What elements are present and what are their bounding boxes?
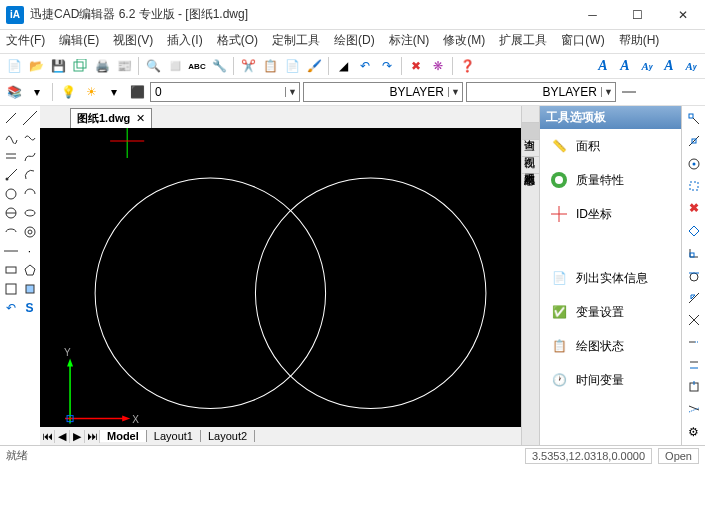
snap-node-button[interactable] <box>684 177 704 195</box>
help-icon[interactable]: ❓ <box>457 56 477 76</box>
layer-color-swatch[interactable]: ⬛ <box>127 82 147 102</box>
menu-help[interactable]: 帮助(H) <box>619 32 660 49</box>
snap-nearest-button[interactable] <box>684 289 704 307</box>
menu-modify[interactable]: 修改(M) <box>443 32 485 49</box>
erase-button[interactable]: ◢ <box>333 56 353 76</box>
print-button[interactable]: 🖨️ <box>92 56 112 76</box>
polygon-tool[interactable] <box>21 261 38 278</box>
vtab-3dorbit[interactable]: 三维动态观察 <box>522 157 539 174</box>
sheet-prev-button[interactable]: ◀ <box>55 430 70 443</box>
text-tool-1[interactable]: A <box>593 56 613 76</box>
print-preview-button[interactable]: 📰 <box>114 56 134 76</box>
layer-lock-icon[interactable]: ▾ <box>104 82 124 102</box>
find-button[interactable]: 🔍 <box>143 56 163 76</box>
sheet-last-button[interactable]: ⏭ <box>85 430 100 443</box>
snap-perpendicular-button[interactable] <box>684 244 704 262</box>
close-button[interactable]: ✕ <box>660 0 705 30</box>
open-file-button[interactable]: 📂 <box>26 56 46 76</box>
circle2p-tool[interactable] <box>2 204 19 221</box>
menu-format[interactable]: 格式(O) <box>217 32 258 49</box>
snap-extension-button[interactable] <box>684 333 704 351</box>
arc3p-tool[interactable] <box>21 185 38 202</box>
boundary-tool[interactable] <box>21 280 38 297</box>
point-tool[interactable]: · <box>21 242 38 259</box>
maximize-button[interactable]: ☐ <box>615 0 660 30</box>
sheet-tab-layout1[interactable]: Layout1 <box>147 430 201 442</box>
snap-settings-button[interactable]: ⚙ <box>684 423 704 441</box>
snap-tangent-button[interactable] <box>684 266 704 284</box>
ray-tool[interactable] <box>2 166 19 183</box>
menu-file[interactable]: 文件(F) <box>6 32 45 49</box>
layer-states-button[interactable]: ▾ <box>27 82 47 102</box>
color-combo[interactable]: BYLAYER ▼ <box>303 82 463 102</box>
file-tab[interactable]: 图纸1.dwg ✕ <box>70 108 152 128</box>
wipeout-tool[interactable]: S <box>21 299 38 316</box>
freehand-tool[interactable] <box>21 128 38 145</box>
redo-button[interactable]: ↷ <box>377 56 397 76</box>
sheet-first-button[interactable]: ⏮ <box>40 430 55 443</box>
snap-quadrant-button[interactable] <box>684 222 704 240</box>
vtab-view[interactable]: 视图 <box>522 140 539 157</box>
menu-window[interactable]: 窗口(W) <box>561 32 604 49</box>
circle-tool[interactable] <box>2 185 19 202</box>
snap-insert-button[interactable] <box>684 378 704 396</box>
rectangle-tool[interactable] <box>2 261 19 278</box>
vtab-query[interactable]: 查询 <box>522 123 539 140</box>
polyline-tool[interactable] <box>2 128 19 145</box>
delete-button[interactable]: ✖ <box>406 56 426 76</box>
layer-manager-button[interactable]: 📚 <box>4 82 24 102</box>
text-tool-3[interactable]: Ay <box>637 56 657 76</box>
layer-visible-icon[interactable]: 💡 <box>58 82 78 102</box>
palette-item-status[interactable]: 📋 绘图状态 <box>540 329 681 363</box>
layer-combo[interactable]: 0 ▼ <box>150 82 300 102</box>
layer-freeze-icon[interactable]: ☀ <box>81 82 101 102</box>
new-file-button[interactable]: 📄 <box>4 56 24 76</box>
paste-button[interactable]: 📄 <box>282 56 302 76</box>
save-all-button[interactable] <box>70 56 90 76</box>
linetype-preview-button[interactable] <box>619 82 639 102</box>
snap-endpoint-button[interactable] <box>684 110 704 128</box>
palette-item-list[interactable]: 📄 列出实体信息 <box>540 261 681 295</box>
menu-dimension[interactable]: 标注(N) <box>389 32 430 49</box>
construction-line-tool[interactable] <box>21 109 38 126</box>
snap-midpoint-button[interactable] <box>684 132 704 150</box>
menu-edit[interactable]: 编辑(E) <box>59 32 99 49</box>
vtab-modify[interactable]: 修改 <box>522 106 539 123</box>
minimize-button[interactable]: ─ <box>570 0 615 30</box>
spline-tool[interactable] <box>21 147 38 164</box>
menu-custom-tools[interactable]: 定制工具 <box>272 32 320 49</box>
spellcheck-button[interactable]: ABC <box>187 56 207 76</box>
palette-item-massprop[interactable]: 质量特性 <box>540 163 681 197</box>
donut-tool[interactable] <box>21 223 38 240</box>
text-tool-5[interactable]: Ay <box>681 56 701 76</box>
canvas[interactable]: Y X <box>40 128 521 427</box>
cut-button[interactable]: ✂️ <box>238 56 258 76</box>
linetype-combo[interactable]: BYLAYER ▼ <box>466 82 616 102</box>
snap-parallel-button[interactable] <box>684 356 704 374</box>
menu-view[interactable]: 视图(V) <box>113 32 153 49</box>
copy-button[interactable]: 📋 <box>260 56 280 76</box>
palette-item-area[interactable]: 📏 面积 <box>540 129 681 163</box>
region-tool[interactable] <box>2 280 19 297</box>
palette-item-setvar[interactable]: ✅ 变量设置 <box>540 295 681 329</box>
sheet-tab-layout2[interactable]: Layout2 <box>201 430 255 442</box>
save-button[interactable]: 💾 <box>48 56 68 76</box>
snap-apparent-button[interactable] <box>684 400 704 418</box>
match-properties-button[interactable]: 🖌️ <box>304 56 324 76</box>
menu-extended-tools[interactable]: 扩展工具 <box>499 32 547 49</box>
text-tool-4[interactable]: A <box>659 56 679 76</box>
text-tool-2[interactable]: A <box>615 56 635 76</box>
palette-item-time[interactable]: 🕐 时间变量 <box>540 363 681 397</box>
arc-tool[interactable] <box>21 166 38 183</box>
revcloud-tool[interactable]: ↶ <box>2 299 19 316</box>
audit-button[interactable]: 🔧 <box>209 56 229 76</box>
close-tab-button[interactable]: ✕ <box>136 112 145 125</box>
menu-insert[interactable]: 插入(I) <box>167 32 202 49</box>
snap-intersection-button[interactable] <box>684 311 704 329</box>
ellipse-tool[interactable] <box>21 204 38 221</box>
ellipse-arc-tool[interactable] <box>2 223 19 240</box>
undo-button[interactable]: ↶ <box>355 56 375 76</box>
line-tool[interactable] <box>2 109 19 126</box>
menu-draw[interactable]: 绘图(D) <box>334 32 375 49</box>
multiline-tool[interactable] <box>2 147 19 164</box>
